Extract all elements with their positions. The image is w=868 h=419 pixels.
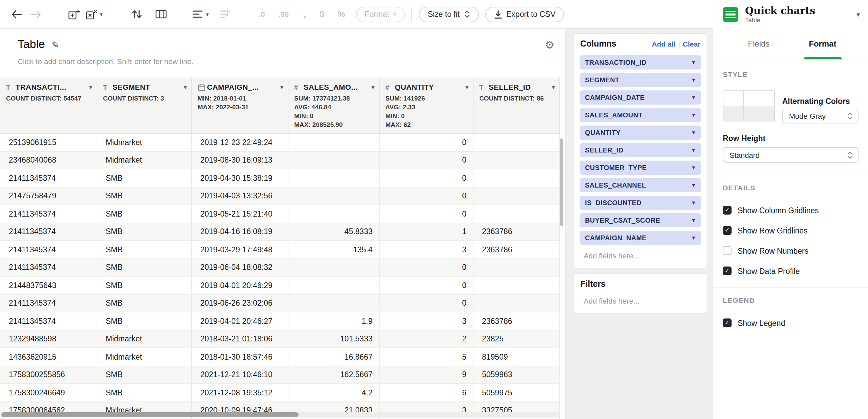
- column-header-campaign[interactable]: CAMPAIGN_...▾MIN: 2018-01-01MAX: 2022-03…: [191, 78, 288, 133]
- remove-chart-button[interactable]: [83, 5, 99, 23]
- duplicate-chart-button[interactable]: [66, 5, 82, 23]
- add-all-link[interactable]: Add all: [652, 40, 675, 48]
- column-pill-transaction-id[interactable]: TRANSACTION_ID▾: [580, 55, 701, 69]
- text-wrap-button[interactable]: [217, 5, 233, 23]
- checkbox-row-show-column-gridlines[interactable]: ✓Show Column Gridlines: [723, 206, 859, 215]
- chart-settings-gear-icon[interactable]: ⚙: [545, 38, 555, 51]
- checked-checkbox[interactable]: ✓: [723, 267, 732, 275]
- chevron-down-icon[interactable]: ▾: [692, 165, 695, 171]
- checked-checkbox[interactable]: ✓: [723, 318, 732, 327]
- tab-fields[interactable]: Fields: [727, 29, 791, 59]
- column-sort-chevron-down-icon[interactable]: ▾: [89, 84, 92, 90]
- currency-format-icon[interactable]: $: [320, 9, 324, 19]
- size-to-fit-button[interactable]: Size to fit: [419, 6, 479, 22]
- chevron-down-icon[interactable]: ▾: [692, 217, 695, 223]
- chart-menu-chevron-down-icon[interactable]: ▾: [100, 11, 103, 17]
- edit-title-pencil-icon[interactable]: ✎: [52, 39, 59, 50]
- table-horizontal-scrollbar-track[interactable]: [0, 412, 559, 417]
- clear-link[interactable]: Clear: [683, 40, 700, 48]
- forward-button[interactable]: [28, 5, 44, 23]
- chevron-down-icon[interactable]: ▾: [692, 182, 695, 188]
- arrow-right-icon: [30, 10, 41, 19]
- details-section-label: DETAILS: [723, 184, 859, 192]
- column-sort-chevron-down-icon[interactable]: ▾: [372, 84, 375, 90]
- chevron-down-icon[interactable]: ▾: [692, 94, 695, 101]
- checkbox-row-show-data-profile[interactable]: ✓Show Data Profile: [723, 267, 859, 275]
- column-pill-is-discounted[interactable]: IS_DISCOUNTED▾: [580, 196, 701, 210]
- pill-label: TRANSACTION_ID: [585, 59, 646, 66]
- checked-checkbox[interactable]: ✓: [723, 226, 732, 235]
- checkbox-row-show-row-numbers[interactable]: Show Row Numbers: [723, 246, 859, 255]
- percent-format-icon[interactable]: %: [338, 9, 345, 19]
- table-row: 21411345374SMB2019-04-01 20:46:271.93236…: [0, 312, 559, 330]
- column-pill-sales-amount[interactable]: SALES_AMOUNT▾: [580, 108, 701, 122]
- columns-add-fields-placeholder[interactable]: Add fields here...: [580, 252, 701, 260]
- column-sort-chevron-down-icon[interactable]: ▾: [280, 84, 283, 90]
- select-updown-icon: [847, 151, 853, 159]
- chevron-down-icon[interactable]: ▾: [692, 77, 695, 83]
- column-header-seller-id[interactable]: TSELLER_ID▾COUNT DISTINCT: 86: [473, 78, 559, 133]
- unchecked-checkbox[interactable]: [723, 246, 732, 255]
- column-sort-chevron-down-icon[interactable]: ▾: [465, 84, 468, 90]
- chevron-down-icon[interactable]: ▾: [692, 200, 695, 206]
- table-cell: 2019-04-03 13:32:56: [191, 187, 288, 205]
- table-columns-button[interactable]: [153, 5, 169, 23]
- thousands-separator-icon[interactable]: ,: [304, 9, 306, 20]
- checkbox-label: Show Data Profile: [738, 267, 800, 275]
- link-divider: |: [678, 40, 680, 48]
- column-pill-customer-type[interactable]: CUSTOMER_TYPE▾: [580, 161, 701, 175]
- column-pill-seller-id[interactable]: SELLER_ID▾: [580, 143, 701, 157]
- table-cell: 2363786: [473, 223, 559, 241]
- chart-title[interactable]: Table: [18, 38, 45, 51]
- column-pill-quantity[interactable]: QUANTITY▾: [580, 125, 701, 140]
- column-header-quantity[interactable]: #QUANTITY▾SUM: 141926AVG: 2.33MIN: 0MAX:…: [379, 78, 473, 133]
- stat-label: MAX:: [198, 103, 214, 111]
- checkbox-label: Show Row Numbers: [738, 247, 809, 255]
- chart-description-placeholder[interactable]: Click to add chart description. Shift-en…: [18, 57, 555, 65]
- align-chevron-down-icon[interactable]: ▾: [206, 11, 209, 17]
- column-header-sales-amo[interactable]: #SALES_AMO...▾SUM: 17374121.38AVG: 446.8…: [288, 78, 379, 133]
- table-cell: 16.8667: [288, 348, 379, 366]
- alternating-colors-select[interactable]: Mode Gray: [782, 109, 859, 123]
- back-button[interactable]: [9, 5, 25, 23]
- column-pill-sales-channel[interactable]: SALES_CHANNEL▾: [580, 178, 701, 192]
- table-cell: 1: [379, 223, 473, 241]
- chevron-down-icon[interactable]: ▾: [692, 235, 695, 241]
- checkbox-row-show-row-gridlines[interactable]: ✓Show Row Gridlines: [723, 226, 859, 235]
- column-header-segment[interactable]: TSEGMENT▾COUNT DISTINCT: 3: [97, 78, 191, 133]
- checkbox-row-show-legend[interactable]: ✓Show Legend: [723, 318, 859, 327]
- increase-decimal-icon[interactable]: .00: [278, 10, 289, 18]
- row-height-select[interactable]: Standard: [723, 147, 859, 163]
- column-pill-campaign-name[interactable]: CAMPAIGN_NAME▾: [580, 231, 701, 245]
- checked-checkbox[interactable]: ✓: [723, 206, 732, 215]
- table-cell: SMB: [97, 312, 191, 330]
- column-pill-buyer-csat-score[interactable]: BUYER_CSAT_SCORE▾: [580, 213, 701, 227]
- column-sort-chevron-down-icon[interactable]: ▾: [552, 84, 555, 90]
- column-pill-segment[interactable]: SEGMENT▾: [580, 73, 701, 87]
- filters-add-fields-placeholder[interactable]: Add fields here...: [580, 297, 701, 305]
- tab-format[interactable]: Format: [791, 29, 854, 59]
- align-button[interactable]: [189, 5, 205, 23]
- decrease-decimal-icon[interactable]: .0: [259, 10, 265, 18]
- export-csv-button[interactable]: Export to CSV: [485, 6, 564, 22]
- column-sort-chevron-down-icon[interactable]: ▾: [184, 84, 187, 90]
- sort-button[interactable]: [128, 5, 145, 23]
- column-pill-campaign-date[interactable]: CAMPAIGN_DATE▾: [580, 90, 701, 105]
- chevron-down-icon[interactable]: ▾: [692, 59, 695, 65]
- copy-x-icon: [85, 9, 97, 19]
- column-header-transacti[interactable]: TTRANSACTI...▾COUNT DISTINCT: 54547: [0, 78, 97, 133]
- table-horizontal-scrollbar-thumb[interactable]: [1, 412, 299, 417]
- table-cell: 0: [379, 294, 473, 312]
- header-chevron-down-icon[interactable]: ▾: [857, 11, 860, 18]
- chevron-down-icon[interactable]: ▾: [692, 112, 695, 118]
- chevron-down-icon[interactable]: ▾: [692, 130, 695, 136]
- table-row: 21411345374SMB2019-04-16 16:08:1945.8333…: [0, 223, 559, 241]
- format-button[interactable]: Format ▾: [356, 6, 405, 22]
- table-vertical-scrollbar[interactable]: [560, 138, 563, 226]
- chevron-down-icon[interactable]: ▾: [692, 147, 695, 153]
- column-stat: AVG: 2.33: [385, 103, 468, 111]
- table-cell: [288, 151, 379, 169]
- column-stat: MIN: 2018-01-01: [198, 94, 283, 103]
- quick-charts-header[interactable]: Quick charts Table ▾: [713, 0, 868, 29]
- app-title: Quick charts: [745, 5, 857, 16]
